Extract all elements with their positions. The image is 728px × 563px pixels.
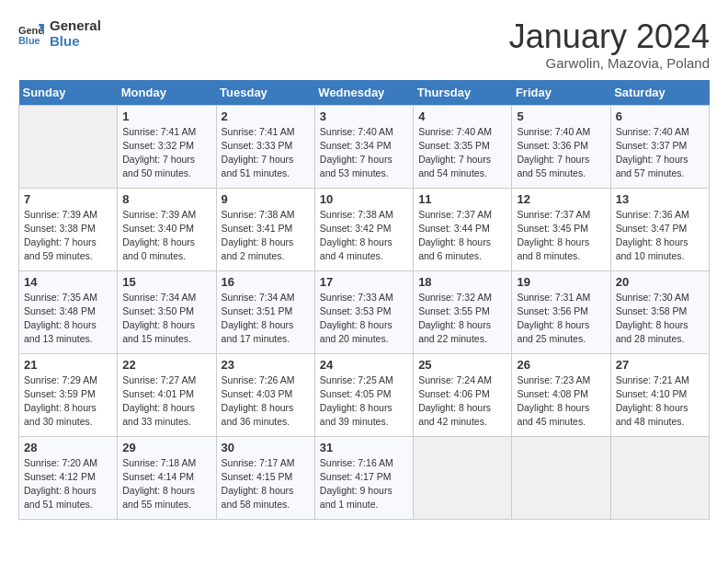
day-info: Sunrise: 7:33 AM Sunset: 3:53 PM Dayligh… xyxy=(320,291,408,347)
day-info: Sunrise: 7:16 AM Sunset: 4:17 PM Dayligh… xyxy=(320,456,408,512)
calendar-cell: 6Sunrise: 7:40 AM Sunset: 3:37 PM Daylig… xyxy=(610,105,709,188)
day-number: 28 xyxy=(24,441,112,454)
day-number: 25 xyxy=(418,358,506,372)
calendar-cell: 1Sunrise: 7:41 AM Sunset: 3:32 PM Daylig… xyxy=(118,105,216,188)
weekday-header-monday: Monday xyxy=(118,80,216,106)
day-number: 20 xyxy=(616,275,704,289)
calendar-table: SundayMondayTuesdayWednesdayThursdayFrid… xyxy=(18,80,710,520)
calendar-week-3: 14Sunrise: 7:35 AM Sunset: 3:48 PM Dayli… xyxy=(19,270,710,353)
day-info: Sunrise: 7:41 AM Sunset: 3:33 PM Dayligh… xyxy=(222,125,310,181)
calendar-cell: 10Sunrise: 7:38 AM Sunset: 3:42 PM Dayli… xyxy=(314,188,413,270)
day-number: 17 xyxy=(320,275,408,289)
day-info: Sunrise: 7:38 AM Sunset: 3:42 PM Dayligh… xyxy=(320,208,408,264)
day-info: Sunrise: 7:27 AM Sunset: 4:01 PM Dayligh… xyxy=(122,373,210,430)
day-info: Sunrise: 7:40 AM Sunset: 3:34 PM Dayligh… xyxy=(320,125,408,181)
weekday-header-row: SundayMondayTuesdayWednesdayThursdayFrid… xyxy=(19,80,710,106)
day-info: Sunrise: 7:37 AM Sunset: 3:44 PM Dayligh… xyxy=(418,208,506,264)
day-info: Sunrise: 7:18 AM Sunset: 4:14 PM Dayligh… xyxy=(122,456,210,512)
day-number: 11 xyxy=(418,192,506,206)
day-number: 15 xyxy=(122,275,210,289)
day-number: 1 xyxy=(122,109,210,123)
day-number: 23 xyxy=(222,358,310,372)
day-number: 27 xyxy=(616,358,704,372)
weekday-header-friday: Friday xyxy=(512,80,610,106)
calendar-cell: 28Sunrise: 7:20 AM Sunset: 4:12 PM Dayli… xyxy=(19,436,118,519)
day-number: 19 xyxy=(517,275,605,289)
day-number: 12 xyxy=(517,192,605,206)
day-info: Sunrise: 7:20 AM Sunset: 4:12 PM Dayligh… xyxy=(24,456,112,512)
day-number: 13 xyxy=(616,192,704,206)
calendar-cell: 21Sunrise: 7:29 AM Sunset: 3:59 PM Dayli… xyxy=(19,353,118,436)
day-number: 5 xyxy=(517,109,605,123)
day-info: Sunrise: 7:36 AM Sunset: 3:47 PM Dayligh… xyxy=(616,208,704,264)
day-info: Sunrise: 7:24 AM Sunset: 4:06 PM Dayligh… xyxy=(418,373,506,430)
calendar-cell: 23Sunrise: 7:26 AM Sunset: 4:03 PM Dayli… xyxy=(216,353,314,436)
day-number: 9 xyxy=(222,192,310,206)
day-info: Sunrise: 7:39 AM Sunset: 3:40 PM Dayligh… xyxy=(122,208,210,264)
day-info: Sunrise: 7:40 AM Sunset: 3:36 PM Dayligh… xyxy=(517,125,605,181)
day-info: Sunrise: 7:23 AM Sunset: 4:08 PM Dayligh… xyxy=(517,373,605,430)
calendar-cell xyxy=(512,436,610,519)
calendar-cell: 5Sunrise: 7:40 AM Sunset: 3:36 PM Daylig… xyxy=(512,105,610,188)
day-number: 31 xyxy=(320,441,408,454)
day-info: Sunrise: 7:40 AM Sunset: 3:37 PM Dayligh… xyxy=(616,125,704,181)
day-number: 29 xyxy=(122,441,210,454)
calendar-cell xyxy=(19,105,118,188)
day-info: Sunrise: 7:34 AM Sunset: 3:50 PM Dayligh… xyxy=(122,291,210,347)
day-info: Sunrise: 7:17 AM Sunset: 4:15 PM Dayligh… xyxy=(222,456,310,512)
calendar-cell: 14Sunrise: 7:35 AM Sunset: 3:48 PM Dayli… xyxy=(19,270,118,353)
calendar-cell: 20Sunrise: 7:30 AM Sunset: 3:58 PM Dayli… xyxy=(610,270,709,353)
calendar-cell: 19Sunrise: 7:31 AM Sunset: 3:56 PM Dayli… xyxy=(512,270,610,353)
calendar-cell: 11Sunrise: 7:37 AM Sunset: 3:44 PM Dayli… xyxy=(414,188,512,270)
weekday-header-thursday: Thursday xyxy=(414,80,512,106)
day-info: Sunrise: 7:26 AM Sunset: 4:03 PM Dayligh… xyxy=(222,373,310,430)
month-title: January 2024 xyxy=(509,18,710,55)
weekday-header-sunday: Sunday xyxy=(19,80,118,106)
day-number: 16 xyxy=(222,275,310,289)
weekday-header-tuesday: Tuesday xyxy=(216,80,314,106)
calendar-cell: 18Sunrise: 7:32 AM Sunset: 3:55 PM Dayli… xyxy=(414,270,512,353)
day-info: Sunrise: 7:25 AM Sunset: 4:05 PM Dayligh… xyxy=(320,373,408,430)
day-number: 4 xyxy=(418,109,506,123)
day-info: Sunrise: 7:41 AM Sunset: 3:32 PM Dayligh… xyxy=(122,125,210,181)
calendar-week-5: 28Sunrise: 7:20 AM Sunset: 4:12 PM Dayli… xyxy=(19,436,710,519)
calendar-cell: 25Sunrise: 7:24 AM Sunset: 4:06 PM Dayli… xyxy=(414,353,512,436)
day-info: Sunrise: 7:40 AM Sunset: 3:35 PM Dayligh… xyxy=(418,125,506,181)
calendar-cell xyxy=(610,436,709,519)
logo-icon: General Blue xyxy=(18,21,44,47)
calendar-cell: 31Sunrise: 7:16 AM Sunset: 4:17 PM Dayli… xyxy=(314,436,413,519)
day-info: Sunrise: 7:31 AM Sunset: 3:56 PM Dayligh… xyxy=(517,291,605,347)
day-info: Sunrise: 7:21 AM Sunset: 4:10 PM Dayligh… xyxy=(616,373,704,430)
page-header: General Blue General Blue January 2024 G… xyxy=(18,18,710,71)
day-number: 3 xyxy=(320,109,408,123)
calendar-week-2: 7Sunrise: 7:39 AM Sunset: 3:38 PM Daylig… xyxy=(19,188,710,270)
day-number: 21 xyxy=(24,358,112,372)
day-info: Sunrise: 7:35 AM Sunset: 3:48 PM Dayligh… xyxy=(24,291,112,347)
calendar-cell: 22Sunrise: 7:27 AM Sunset: 4:01 PM Dayli… xyxy=(118,353,216,436)
day-info: Sunrise: 7:32 AM Sunset: 3:55 PM Dayligh… xyxy=(418,291,506,347)
calendar-cell: 9Sunrise: 7:38 AM Sunset: 3:41 PM Daylig… xyxy=(216,188,314,270)
calendar-cell: 12Sunrise: 7:37 AM Sunset: 3:45 PM Dayli… xyxy=(512,188,610,270)
calendar-cell: 2Sunrise: 7:41 AM Sunset: 3:33 PM Daylig… xyxy=(216,105,314,188)
day-number: 2 xyxy=(222,109,310,123)
day-info: Sunrise: 7:38 AM Sunset: 3:41 PM Dayligh… xyxy=(222,208,310,264)
day-number: 7 xyxy=(24,192,112,206)
day-number: 14 xyxy=(24,275,112,289)
logo-line2: Blue xyxy=(50,34,101,50)
day-number: 6 xyxy=(616,109,704,123)
day-number: 26 xyxy=(517,358,605,372)
title-block: January 2024 Garwolin, Mazovia, Poland xyxy=(509,18,710,71)
day-info: Sunrise: 7:39 AM Sunset: 3:38 PM Dayligh… xyxy=(24,208,112,264)
day-info: Sunrise: 7:30 AM Sunset: 3:58 PM Dayligh… xyxy=(616,291,704,347)
svg-text:Blue: Blue xyxy=(18,34,40,45)
calendar-cell: 27Sunrise: 7:21 AM Sunset: 4:10 PM Dayli… xyxy=(610,353,709,436)
day-number: 30 xyxy=(222,441,310,454)
day-number: 10 xyxy=(320,192,408,206)
calendar-cell: 3Sunrise: 7:40 AM Sunset: 3:34 PM Daylig… xyxy=(314,105,413,188)
day-info: Sunrise: 7:29 AM Sunset: 3:59 PM Dayligh… xyxy=(24,373,112,430)
weekday-header-wednesday: Wednesday xyxy=(314,80,413,106)
calendar-cell: 26Sunrise: 7:23 AM Sunset: 4:08 PM Dayli… xyxy=(512,353,610,436)
day-number: 8 xyxy=(122,192,210,206)
calendar-cell xyxy=(414,436,512,519)
calendar-cell: 7Sunrise: 7:39 AM Sunset: 3:38 PM Daylig… xyxy=(19,188,118,270)
